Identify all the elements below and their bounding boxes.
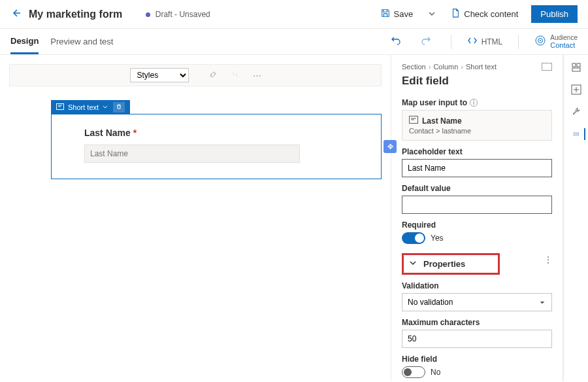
unlink-icon[interactable] (231, 70, 240, 81)
canvas-toolbar: Styles ⋯ (9, 64, 382, 86)
field-icon (409, 116, 418, 126)
undo-icon[interactable] (387, 33, 405, 50)
properties-panel: Section› Column› Short text Edit field M… (391, 55, 563, 381)
chevron-down-icon (409, 259, 417, 269)
default-input[interactable] (402, 196, 552, 214)
validation-select[interactable]: No validation (402, 293, 552, 311)
hide-label: Hide field (402, 355, 552, 364)
document-icon (451, 9, 460, 20)
maxchars-input[interactable] (402, 330, 552, 348)
delete-icon[interactable] (113, 102, 125, 113)
tab-design[interactable]: Design (10, 29, 39, 54)
required-toggle[interactable] (402, 232, 425, 244)
page-title: My marketing form (29, 9, 122, 20)
publish-button[interactable]: Publish (531, 5, 578, 23)
hide-toggle[interactable] (402, 366, 425, 378)
save-dropdown-icon[interactable] (426, 9, 438, 19)
field-input[interactable] (84, 145, 300, 163)
divider (518, 35, 519, 49)
sub-bar: Design Preview and test HTML Audience Co… (0, 29, 588, 55)
edit-field-icon[interactable] (574, 128, 585, 140)
add-icon[interactable] (570, 84, 582, 95)
element-chip[interactable]: Short text (51, 100, 130, 114)
more-icon[interactable]: ⋯ (253, 71, 261, 80)
field-label: Last Name* (84, 128, 348, 138)
divider (451, 35, 451, 49)
canvas-area: Styles ⋯ Short text ✥ (0, 55, 391, 381)
panel-title: Edit field (402, 75, 552, 88)
default-label: Default value (402, 184, 552, 193)
audience-button[interactable]: Audience Contact (534, 34, 578, 49)
save-button[interactable]: Save (376, 6, 419, 22)
svg-point-2 (540, 40, 541, 41)
tab-preview[interactable]: Preview and test (50, 30, 113, 53)
breadcrumb: Section› Column› Short text (402, 63, 552, 71)
chevron-down-icon[interactable] (103, 103, 108, 111)
placeholder-label: Placeholder text (402, 147, 552, 156)
svg-rect-7 (572, 68, 580, 71)
text-field-icon (56, 103, 64, 111)
code-icon (467, 36, 478, 47)
target-icon (534, 35, 546, 48)
back-icon[interactable] (10, 8, 21, 20)
layout-icon[interactable] (542, 63, 552, 71)
tool-rail (563, 55, 588, 381)
selected-field[interactable]: ✥ Last Name* (51, 114, 382, 179)
settings-icon[interactable] (570, 106, 582, 118)
check-content-button[interactable]: Check content (446, 6, 523, 22)
drag-handle-icon[interactable]: ✥ (384, 140, 397, 153)
status-badge: Draft - Unsaved (146, 9, 210, 19)
validation-label: Validation (402, 281, 552, 290)
properties-section-header[interactable]: Properties (402, 253, 500, 275)
styles-select[interactable]: Styles (130, 68, 189, 82)
svg-rect-5 (572, 63, 576, 67)
placeholder-input[interactable] (402, 159, 552, 177)
map-field-box[interactable]: Last Name Contact > lastname (402, 110, 552, 141)
svg-rect-6 (577, 63, 580, 67)
status-dot-icon (146, 12, 150, 17)
save-icon (381, 9, 390, 20)
map-label: Map user input to i (402, 98, 552, 107)
elements-icon[interactable] (570, 61, 582, 73)
info-icon[interactable]: i (470, 99, 478, 107)
html-button[interactable]: HTML (467, 36, 503, 47)
section-menu-icon[interactable]: ⋮ (544, 255, 552, 264)
link-icon[interactable] (208, 70, 218, 81)
required-label: Required (402, 220, 552, 230)
top-bar: My marketing form Draft - Unsaved Save C… (0, 0, 588, 29)
maxchars-label: Maximum characters (402, 318, 552, 327)
redo-icon[interactable] (417, 33, 435, 50)
